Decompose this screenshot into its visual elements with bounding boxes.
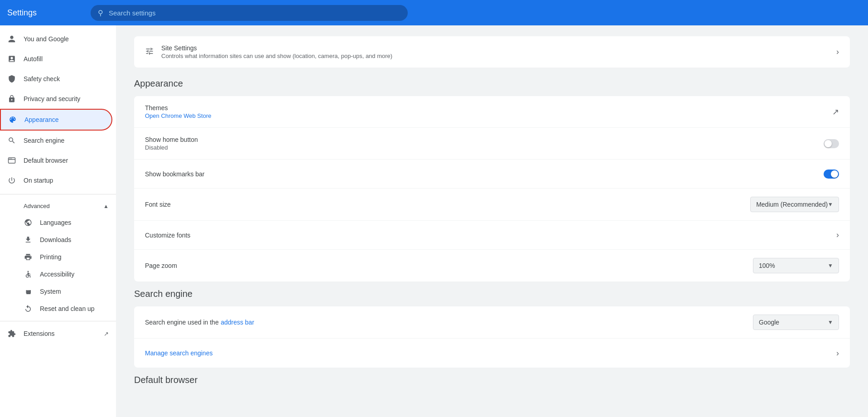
sidebar-advanced-label: Advanced — [24, 203, 50, 209]
font-size-title: Font size — [145, 201, 743, 208]
svg-point-3 — [10, 158, 11, 159]
site-settings-title: Site Settings — [161, 44, 829, 52]
print-icon — [24, 253, 33, 261]
sidebar-label-system: System — [40, 288, 61, 295]
search-engine-used-row[interactable]: Search engine used in the address bar Go… — [134, 306, 850, 339]
sidebar-item-accessibility[interactable]: Accessibility — [0, 266, 112, 283]
chevron-down-icon-2: ▼ — [828, 262, 833, 269]
themes-text: Themes Open Chrome Web Store — [145, 104, 825, 119]
show-bookmarks-bar-text: Show bookmarks bar — [145, 170, 816, 178]
show-home-button-toggle[interactable] — [824, 139, 839, 148]
browser-icon — [7, 156, 16, 165]
appearance-card: Themes Open Chrome Web Store ↗ Show home… — [134, 96, 850, 281]
sidebar-item-downloads[interactable]: Downloads — [0, 231, 112, 248]
chevron-up-icon: ▲ — [103, 203, 109, 209]
page-zoom-text: Page zoom — [145, 262, 746, 269]
chevron-right-icon: › — [836, 47, 839, 57]
external-link-icon: ↗ — [104, 330, 109, 337]
main-content: Site Settings Controls what information … — [116, 25, 868, 417]
customize-fonts-chevron: › — [836, 230, 839, 240]
toggle-thumb-2 — [831, 170, 838, 178]
font-size-dropdown-wrap[interactable]: Medium (Recommended) ▼ — [750, 197, 839, 212]
search-engine-dropdown[interactable]: Google ▼ — [753, 315, 839, 330]
sidebar-item-extensions[interactable]: Extensions ↗ — [0, 325, 116, 342]
sidebar-label-downloads: Downloads — [40, 236, 71, 243]
sidebar-item-search-engine[interactable]: Search engine — [0, 131, 112, 150]
font-size-dropdown[interactable]: Medium (Recommended) ▼ — [750, 197, 839, 212]
sidebar-item-on-startup[interactable]: On startup — [0, 170, 112, 190]
main-layout: You and Google Autofill Safety check Pri… — [0, 25, 868, 417]
sidebar-divider-2 — [0, 321, 116, 321]
chevron-right-icon-3: › — [836, 349, 839, 358]
page-zoom-dropdown[interactable]: 100% ▼ — [753, 258, 839, 273]
sidebar-label-on-startup: On startup — [24, 177, 53, 184]
search-bar[interactable]: ⚲ — [91, 5, 408, 21]
manage-search-engines-row[interactable]: Manage search engines › — [134, 339, 850, 368]
manage-search-engines-chevron: › — [836, 349, 839, 358]
sidebar-advanced-header[interactable]: Advanced ▲ — [0, 198, 116, 214]
sidebar-label-accessibility: Accessibility — [40, 271, 74, 278]
sidebar-item-privacy-and-security[interactable]: Privacy and security — [0, 89, 112, 109]
show-bookmarks-bar-row[interactable]: Show bookmarks bar — [134, 160, 850, 189]
themes-row[interactable]: Themes Open Chrome Web Store ↗ — [134, 96, 850, 128]
page-zoom-value: 100% — [759, 262, 775, 269]
sidebar-label-languages: Languages — [40, 219, 71, 226]
sidebar-label-safety-check: Safety check — [24, 75, 60, 82]
search-icon: ⚲ — [98, 9, 103, 17]
search-engine-dropdown-wrap[interactable]: Google ▼ — [753, 315, 839, 330]
sidebar-item-languages[interactable]: Languages — [0, 214, 112, 231]
show-bookmarks-bar-toggle[interactable] — [824, 170, 839, 179]
sidebar-item-autofill[interactable]: Autofill — [0, 49, 112, 69]
search-engine-value: Google — [759, 319, 779, 326]
show-home-button-row[interactable]: Show home button Disabled — [134, 128, 850, 160]
sidebar-item-default-browser[interactable]: Default browser — [0, 150, 112, 170]
site-settings-row[interactable]: Site Settings Controls what information … — [134, 36, 850, 68]
address-bar-link[interactable]: address bar — [221, 319, 254, 326]
app-title: Settings — [7, 8, 80, 18]
themes-subtitle: Open Chrome Web Store — [145, 112, 825, 119]
lock-icon — [7, 94, 16, 103]
show-bookmarks-bar-toggle-wrap[interactable] — [824, 170, 839, 179]
sidebar-item-printing[interactable]: Printing — [0, 248, 112, 266]
show-home-button-text: Show home button Disabled — [145, 136, 816, 151]
page-zoom-dropdown-wrap[interactable]: 100% ▼ — [753, 258, 839, 273]
globe-icon — [24, 218, 33, 227]
sidebar-item-you-and-google[interactable]: You and Google — [0, 29, 112, 49]
manage-search-engines-title: Manage search engines — [145, 349, 829, 357]
show-bookmarks-bar-title: Show bookmarks bar — [145, 170, 816, 178]
show-home-button-toggle-wrap[interactable] — [824, 139, 839, 148]
download-icon — [24, 236, 33, 244]
sidebar-item-safety-check[interactable]: Safety check — [0, 69, 112, 89]
accessibility-icon — [24, 270, 33, 278]
svg-point-2 — [9, 158, 10, 159]
default-browser-section-title: Default browser — [134, 375, 850, 385]
customize-fonts-row[interactable]: Customize fonts › — [134, 221, 850, 250]
sidebar-item-appearance[interactable]: Appearance — [0, 109, 112, 131]
sidebar-label-you-and-google: You and Google — [24, 35, 69, 43]
search-engine-used-text: Search engine used in the address bar — [145, 318, 746, 326]
search-engine-section-title: Search engine — [134, 289, 850, 299]
page-zoom-row[interactable]: Page zoom 100% ▼ — [134, 250, 850, 281]
sidebar-label-default-browser: Default browser — [24, 157, 68, 164]
search-input[interactable] — [109, 9, 400, 17]
search-engine-text-before: Search engine used in the — [145, 319, 219, 326]
site-settings-subtitle: Controls what information sites can use … — [161, 53, 829, 59]
puzzle-icon — [7, 330, 16, 338]
sidebar-item-system[interactable]: System — [0, 283, 112, 300]
sidebar-label-reset: Reset and clean up — [40, 305, 95, 312]
shield-icon — [7, 74, 16, 83]
site-settings-icon — [145, 47, 154, 58]
themes-title: Themes — [145, 104, 825, 112]
power-icon — [7, 176, 16, 185]
sidebar-item-reset-and-clean-up[interactable]: Reset and clean up — [0, 300, 112, 317]
sidebar: You and Google Autofill Safety check Pri… — [0, 25, 116, 417]
sidebar-label-privacy: Privacy and security — [24, 95, 80, 102]
sidebar-divider-1 — [0, 194, 116, 194]
font-size-row[interactable]: Font size Medium (Recommended) ▼ — [134, 189, 850, 221]
svg-point-5 — [28, 271, 29, 272]
toggle-thumb — [825, 140, 832, 147]
themes-external-link[interactable]: ↗ — [832, 107, 839, 117]
chevron-down-icon: ▼ — [828, 201, 833, 208]
font-size-value: Medium (Recommended) — [756, 201, 828, 208]
themes-external-icon: ↗ — [832, 107, 839, 117]
